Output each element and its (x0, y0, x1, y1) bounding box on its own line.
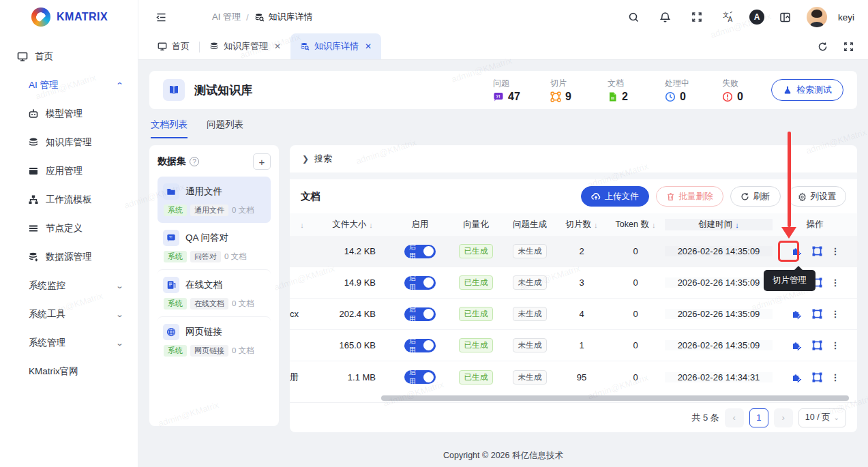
frame-crop-icon[interactable] (811, 245, 823, 257)
view-tab-kb-detail[interactable]: 知识库详情 ✕ (290, 33, 381, 59)
enable-toggle[interactable]: 启用 (404, 245, 436, 258)
sidebar-item-home[interactable]: 首页 (0, 42, 138, 71)
frame-crop-icon[interactable] (811, 308, 823, 320)
slice-manage-icon[interactable] (790, 307, 803, 320)
sidebar-item-official-site[interactable]: KMatrix官网 (0, 357, 138, 386)
view-tab-kb-management[interactable]: 知识库管理 ✕ (200, 33, 290, 59)
refresh-icon[interactable] (812, 37, 833, 57)
col-created[interactable]: 创建时间↓ (665, 219, 773, 230)
status-badge-generated: 已生成 (459, 307, 494, 321)
sort-icon-active[interactable]: ↓ (735, 221, 739, 229)
col-filesize[interactable]: 文件大小↓ (314, 219, 391, 230)
col-chunks[interactable]: 切片数↓ (557, 219, 606, 230)
dataset-item-web-links[interactable]: 网页链接 系统网页链接0 文档 (158, 316, 271, 363)
fullscreen-icon[interactable] (687, 7, 707, 27)
tab-document-list[interactable]: 文档列表 (151, 119, 188, 138)
search-icon[interactable] (624, 7, 644, 27)
font-size-icon[interactable]: A (749, 10, 764, 25)
frame-crop-icon[interactable] (811, 277, 823, 288)
cloud-upload-icon (591, 192, 601, 201)
clock-icon (665, 91, 676, 102)
enable-toggle[interactable]: 启用 (404, 276, 436, 290)
status-badge-not-generated: 未生成 (513, 307, 548, 321)
table-row[interactable]: 14.9 KB 启用 已生成 未生成 3 0 2026-02-26 14:35:… (290, 267, 857, 299)
batch-delete-button[interactable]: 批量删除 (656, 186, 723, 207)
frame-crop-icon[interactable] (811, 372, 823, 383)
next-page-button[interactable]: › (774, 408, 793, 427)
dataset-item-qa-pairs[interactable]: ?!QA 问答对 系统问答对0 文档 (158, 223, 271, 269)
more-actions-icon[interactable]: ⋮ (831, 246, 840, 256)
col-filename-clipped[interactable]: ↓ (290, 221, 314, 229)
database-icon (27, 137, 39, 149)
prev-page-button[interactable]: ‹ (725, 408, 744, 427)
table-row[interactable]: 165.0 KB 启用 已生成 未生成 1 0 2026-02-26 14:35… (290, 330, 857, 361)
user-avatar[interactable] (807, 7, 827, 27)
content-fullscreen-icon[interactable] (838, 37, 858, 57)
document-icon (608, 91, 618, 102)
tab-question-list[interactable]: 问题列表 (207, 119, 243, 138)
add-dataset-button[interactable]: + (253, 153, 271, 170)
column-settings-button[interactable]: 列设置 (788, 186, 847, 207)
page-size-select[interactable]: 10 / 页⌄ (798, 408, 846, 427)
breadcrumb-section[interactable]: AI 管理 (212, 11, 241, 23)
horizontal-scrollbar-track[interactable] (295, 394, 852, 402)
more-actions-icon[interactable]: ⋮ (831, 372, 840, 382)
sort-icon[interactable]: ↓ (594, 221, 598, 229)
book-icon (163, 79, 185, 101)
slice-manage-icon[interactable] (790, 245, 803, 258)
view-tab-home[interactable]: 首页 (148, 33, 199, 59)
enable-toggle[interactable]: 启用 (404, 339, 436, 352)
app-window: KMATRIX 首页 AI 管理 ⌃ 模型管理 知识库管理 应用管理 (0, 0, 868, 467)
slice-manage-icon[interactable] (790, 276, 803, 289)
sort-icon[interactable]: ↓ (652, 221, 656, 229)
sidebar-item-workflow-templates[interactable]: 工作流模板 (0, 185, 138, 214)
chevron-right-icon: ❯ (302, 154, 309, 164)
col-tokens[interactable]: Token 数↓ (606, 219, 665, 230)
sidebar-collapse-icon[interactable] (151, 7, 171, 27)
type-tag: 问答对 (190, 251, 221, 262)
sidebar-group-system[interactable]: 系统管理 ⌄ (0, 329, 138, 357)
horizontal-scrollbar-thumb[interactable] (381, 395, 849, 401)
upload-file-button[interactable]: 上传文件 (581, 186, 649, 207)
sidebar-group-monitoring[interactable]: 系统监控 ⌄ (0, 271, 138, 300)
brand-logo[interactable]: KMATRIX (0, 0, 138, 34)
sidebar-item-datasources[interactable]: 数据源管理 (0, 243, 138, 271)
notification-bell-icon[interactable] (655, 7, 676, 27)
help-icon[interactable]: ? (190, 157, 199, 166)
dataset-item-general-files[interactable]: 通用文件 系统通用文件0 文档 (158, 177, 271, 223)
frame-crop-icon[interactable] (811, 340, 823, 351)
database-icon (209, 42, 219, 51)
close-icon[interactable]: ✕ (365, 42, 372, 51)
type-tag: 通用文件 (190, 205, 228, 216)
slice-manage-icon[interactable] (790, 371, 803, 384)
search-collapse-bar[interactable]: ❯ 搜索 (290, 145, 857, 172)
language-translate-icon[interactable]: 文A (718, 7, 738, 27)
pagination-total: 共 5 条 (691, 412, 719, 424)
refresh-button[interactable]: 刷新 (730, 186, 781, 207)
retrieval-test-button[interactable]: 检索测试 (771, 79, 843, 101)
sidebar-item-node-definitions[interactable]: 节点定义 (0, 214, 138, 243)
theme-layout-icon[interactable] (775, 7, 796, 27)
sidebar-item-applications[interactable]: 应用管理 (0, 157, 138, 185)
table-row[interactable]: 14.2 KB 启用 已生成 未生成 2 0 2026-02-26 14:35:… (290, 236, 857, 267)
table-row[interactable]: cx 202.4 KB 启用 已生成 未生成 4 0 2026-02-26 14… (290, 299, 857, 330)
enable-toggle[interactable]: 启用 (404, 370, 436, 384)
footer: Copyright © 2026 科亿信息技术 (138, 444, 868, 467)
type-tag: 在线文档 (190, 298, 228, 310)
current-page[interactable]: 1 (749, 408, 768, 427)
sort-icon[interactable]: ↓ (300, 221, 304, 229)
sidebar-item-knowledge-base[interactable]: 知识库管理 (0, 128, 138, 157)
sidebar-item-models[interactable]: 模型管理 (0, 100, 138, 128)
slice-manage-icon[interactable] (790, 339, 803, 352)
dataset-item-online-docs[interactable]: 在线文档 系统在线文档0 文档 (158, 269, 271, 316)
more-actions-icon[interactable]: ⋮ (831, 309, 840, 319)
sidebar-group-tools[interactable]: 系统工具 ⌄ (0, 300, 138, 329)
more-actions-icon[interactable]: ⋮ (831, 340, 840, 350)
sort-icon[interactable]: ↓ (369, 221, 373, 229)
enable-toggle[interactable]: 启用 (404, 307, 436, 321)
sidebar-group-ai[interactable]: AI 管理 ⌃ (0, 71, 138, 100)
table-row[interactable]: 册 1.1 MB 启用 已生成 未生成 95 0 2026-02-26 14:3… (290, 361, 857, 393)
close-icon[interactable]: ✕ (274, 42, 281, 51)
question-chat-icon: ?! (493, 91, 504, 102)
more-actions-icon[interactable]: ⋮ (831, 277, 840, 288)
